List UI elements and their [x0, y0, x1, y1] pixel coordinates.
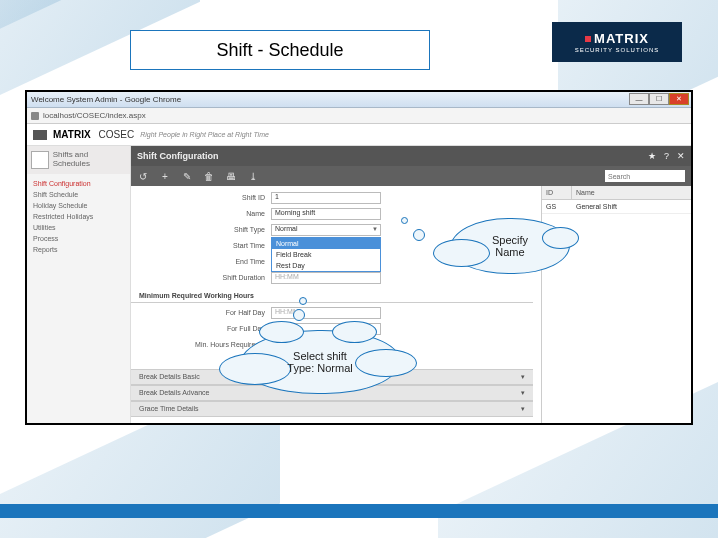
brand-text: MATRIX [594, 31, 649, 46]
shift-list-panel: ID Name GS General Shift [541, 186, 691, 423]
list-cell-id: GS [542, 200, 572, 213]
toolbar: ↺ + ✎ 🗑 🖶 ⤓ [131, 166, 691, 186]
start-time-label: Start Time [131, 242, 271, 249]
shift-duration-input[interactable]: HH:MM [271, 272, 381, 284]
delete-icon[interactable]: 🗑 [203, 170, 215, 182]
half-day-label: For Half Day [131, 309, 271, 316]
callout-select-type: Select shift Type: Normal [240, 330, 400, 394]
app-logo-icon [33, 130, 47, 140]
tab-title: Shift Configuration [137, 151, 218, 161]
shift-type-select[interactable]: Normal Normal Field Break Rest Day [271, 224, 381, 236]
tab-bar: Shift Configuration ★ ? ✕ [131, 146, 691, 166]
shift-type-label: Shift Type [131, 226, 271, 233]
brand-subtitle: SECURITY SOLUTIONS [575, 47, 660, 53]
end-time-label: End Time [131, 258, 271, 265]
address-bar[interactable]: localhost/COSEC/index.aspx [27, 108, 691, 124]
chevron-down-icon: ▾ [521, 389, 525, 397]
callout-specify-name: Specify Name [450, 218, 570, 274]
print-icon[interactable]: 🖶 [225, 170, 237, 182]
sidebar-item-holiday-schedule[interactable]: Holiday Schedule [33, 200, 124, 211]
accordion-grace-time[interactable]: Grace Time Details ▾ [131, 401, 533, 417]
close-tab-icon[interactable]: ✕ [677, 151, 685, 161]
page-icon [31, 112, 39, 120]
calendar-icon [31, 151, 49, 169]
half-day-input[interactable]: HH:MM [271, 307, 381, 319]
shift-type-dropdown[interactable]: Normal Field Break Rest Day [271, 237, 381, 272]
sidebar-item-restricted-holidays[interactable]: Restricted Holidays [33, 211, 124, 222]
list-header-name[interactable]: Name [572, 186, 691, 199]
accordion-break-advance-label: Break Details Advance [139, 389, 209, 397]
shift-type-option-rest-day[interactable]: Rest Day [272, 260, 380, 271]
brand-square-icon [585, 36, 591, 42]
accordion-grace-time-label: Grace Time Details [139, 405, 199, 413]
list-row[interactable]: GS General Shift [542, 200, 691, 214]
refresh-icon[interactable]: ↺ [137, 170, 149, 182]
sidebar-item-process[interactable]: Process [33, 233, 124, 244]
window-title-text: Welcome System Admin - Google Chrome [31, 95, 181, 104]
sidebar-item-shift-configuration[interactable]: Shift Configuration [33, 178, 124, 189]
sidebar-item-reports[interactable]: Reports [33, 244, 124, 255]
window-min-button[interactable]: — [629, 93, 649, 105]
name-label: Name [131, 210, 271, 217]
list-header-id[interactable]: ID [542, 186, 572, 199]
shift-id-label: Shift ID [131, 194, 271, 201]
brand-logo: MATRIX SECURITY SOLUTIONS [552, 22, 682, 62]
add-icon[interactable]: + [159, 170, 171, 182]
slide-title: Shift - Schedule [216, 40, 343, 61]
app-header: MATRIX COSEC Right People in Right Place… [27, 124, 691, 146]
name-input[interactable]: Morning shift [271, 208, 381, 220]
shift-duration-label: Shift Duration [131, 274, 271, 281]
window-titlebar[interactable]: Welcome System Admin - Google Chrome — ☐… [27, 92, 691, 108]
favorite-icon[interactable]: ★ [648, 151, 656, 161]
sidebar: Shifts and Schedules Shift Configuration… [27, 146, 131, 423]
help-icon[interactable]: ? [664, 151, 669, 161]
window-max-button[interactable]: ☐ [649, 93, 669, 105]
edit-icon[interactable]: ✎ [181, 170, 193, 182]
sidebar-heading-text: Shifts and Schedules [53, 151, 126, 169]
shift-type-option-field-break[interactable]: Field Break [272, 249, 380, 260]
shift-type-option-normal[interactable]: Normal [272, 238, 380, 249]
callout-select-type-text: Select shift Type: Normal [287, 350, 352, 374]
app-brand: MATRIX [53, 129, 91, 140]
app-product: COSEC [99, 129, 135, 140]
sidebar-item-utilities[interactable]: Utilities [33, 222, 124, 233]
callout-specify-name-text: Specify Name [492, 234, 528, 258]
export-icon[interactable]: ⤓ [247, 170, 259, 182]
url-text: localhost/COSEC/index.aspx [43, 111, 146, 120]
full-day-label: For Full Day [131, 325, 271, 332]
app-tagline: Right People in Right Place at Right Tim… [140, 131, 269, 138]
chevron-down-icon: ▾ [521, 405, 525, 413]
shift-type-value: Normal [275, 225, 298, 232]
min-hours-section-header: Minimum Required Working Hours [131, 289, 533, 303]
slide-title-box: Shift - Schedule [130, 30, 430, 70]
chevron-down-icon: ▾ [521, 373, 525, 381]
list-cell-name: General Shift [572, 200, 691, 213]
window-close-button[interactable]: ✕ [669, 93, 689, 105]
sidebar-item-shift-schedule[interactable]: Shift Schedule [33, 189, 124, 200]
search-input[interactable] [605, 170, 685, 182]
accordion-break-basic-label: Break Details Basic [139, 373, 200, 381]
shift-id-input[interactable]: 1 [271, 192, 381, 204]
sidebar-heading: Shifts and Schedules [27, 146, 130, 174]
